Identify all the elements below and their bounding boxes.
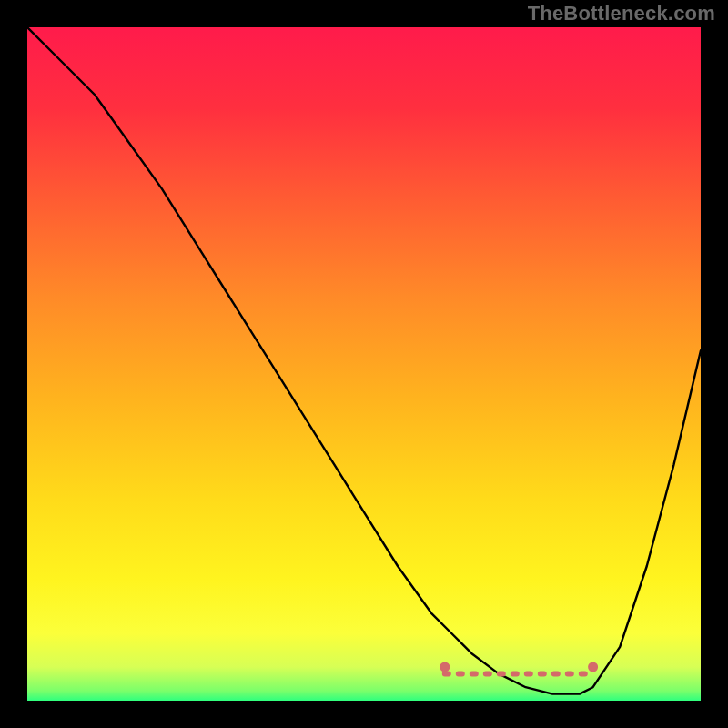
watermark-text: TheBottleneck.com: [528, 2, 715, 25]
bottleneck-chart: [27, 27, 701, 701]
gradient-background: [27, 27, 701, 701]
chart-frame: TheBottleneck.com: [0, 0, 728, 728]
highlight-dot-left: [440, 662, 450, 672]
highlight-dot-right: [588, 662, 598, 672]
